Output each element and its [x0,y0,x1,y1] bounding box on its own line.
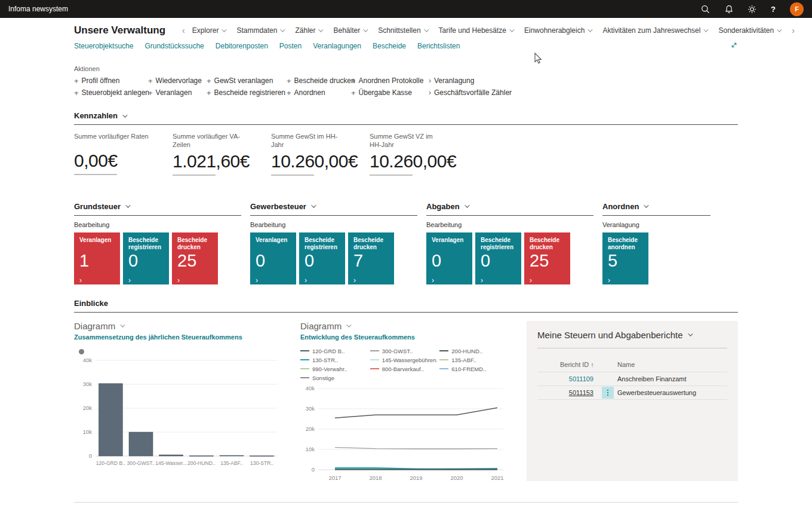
tile-gewerbesteuer-bescheide-registrieren[interactable]: Bescheide registrieren 0 › [299,232,345,284]
action-uebergabe-kasse[interactable]: +Übergabe Kasse [351,88,429,97]
legend-swatch [439,359,448,360]
legend-label: 610-FREMD.. [451,366,486,372]
search-icon[interactable] [701,5,710,14]
svg-text:120-GRD B..: 120-GRD B.. [96,460,125,466]
cue-subgroup-label: Veranlagung [602,221,710,228]
legend-swatch [439,350,448,351]
spacer [602,361,617,368]
nav-item-jahreswechsel[interactable]: Aktivitäten zum Jahreswechsel [602,26,707,35]
nav-link-steuerobjektsuche[interactable]: Steuerobjektsuche [74,42,133,50]
nav-scroll-left-icon[interactable]: ‹ [182,26,185,35]
report-id-link[interactable]: 5011109 [537,375,602,382]
line-chart-title[interactable]: Diagramm [300,321,507,331]
tile-grundsteuer-bescheide-registrieren[interactable]: Bescheide registrieren 0 › [123,232,169,284]
chevron-down-icon [424,27,429,32]
column-header-bericht-id[interactable]: Bericht ID ↑ [537,361,602,368]
action-veranlagen[interactable]: +Veranlagen [148,88,207,97]
action-anordnen-protokolle[interactable]: +Anordnen Protokolle [351,76,429,85]
nav-link-debitorenposten[interactable]: Debitorenposten [216,42,268,50]
action-steuerobjekt-anlegen[interactable]: +Steuerobjekt anlegen [74,88,148,97]
tile-gewerbesteuer-veranlagen[interactable]: Veranlagen 0 › [250,232,296,284]
legend-swatch [439,368,448,369]
help-icon[interactable]: ? [771,5,776,14]
action-profil-oeffnen[interactable]: +Profil öffnen [74,76,148,85]
table-row-selected[interactable]: 5011153 Gewerbesteuerauswertung [537,386,727,400]
action-anordnen[interactable]: +Anordnen [287,88,351,97]
row-more-options-icon[interactable] [602,387,614,399]
chevron-down-icon [346,322,351,327]
report-id-link[interactable]: 5011153 [537,389,602,396]
nav-item-behaelter[interactable]: Behälter [333,26,367,35]
legend-item: 990-Verwahr.. [300,366,368,372]
tile-gewerbesteuer-bescheide-drucken[interactable]: Bescheide drucken 7 › [348,232,394,284]
svg-text:20k: 20k [306,426,315,432]
line-chart-legend: 120-GRD B..300-GWST..200-HUND..130-STR..… [300,348,507,381]
nav-link-grundstueckssuche[interactable]: Grundstückssuche [144,42,204,50]
line-chart-subtitle[interactable]: Entwicklung des Steueraufkommens [300,333,507,341]
action-bescheide-drucken[interactable]: +Bescheide drucken [287,76,351,85]
reports-panel-title[interactable]: Meine Steuern und Abgabenberichte [537,330,727,340]
tile-anordnen-bescheide-anordnen[interactable]: Bescheide anordnen 5 › [602,232,648,284]
tiles: Veranlagen 1 › Bescheide registrieren 0 … [74,232,241,284]
cue-group-header[interactable]: Grundsteuer [74,202,241,216]
nav-link-veranlagungen[interactable]: Veranlagungen [313,42,361,50]
nav-link-bescheide[interactable]: Bescheide [373,42,406,50]
action-geschaeftsvorfaelle[interactable]: ›Geschäftsvorfälle Zähler [429,88,738,97]
cue-subgroup-label: Bearbeitung [426,221,593,228]
cue-group-header[interactable]: Gewerbesteuer [250,202,417,216]
cue-group-header[interactable]: Anordnen [602,202,710,216]
notifications-bell-icon[interactable] [724,5,733,14]
sub-nav: Steuerobjektsuche Grundstückssuche Debit… [74,42,738,50]
action-gewst-veranlagen[interactable]: +GewSt veranlagen [207,76,287,85]
settings-gear-icon[interactable] [748,5,756,14]
nav-item-tarife[interactable]: Tarife und Hebesätze [439,26,513,35]
cue-subgroup-label: Bearbeitung [250,221,417,228]
cue-group-header[interactable]: Abgaben [426,202,593,216]
nav-item-einwohnerabgleich[interactable]: Einwohnerabgleich [524,26,591,35]
action-veranlagung[interactable]: ›Veranlagung [429,76,738,85]
tile-abgaben-veranlagen[interactable]: Veranlagen 0 › [426,232,472,284]
kpi-summe-vorlaeufiger-raten[interactable]: Summe vorläufiger Raten 0,00€ [74,133,173,176]
user-avatar[interactable]: F [790,2,804,16]
action-wiedervorlage[interactable]: +Wiedervorlage [148,76,207,85]
main-nav: Unsere Verwaltung ‹ Explorer Stammdaten … [74,25,738,36]
page-title[interactable]: Unsere Verwaltung [74,25,165,36]
tile-abgaben-bescheide-drucken[interactable]: Bescheide drucken 25 › [524,232,570,284]
nav-item-stammdaten[interactable]: Stammdaten [236,26,284,35]
legend-label: 135-ABF.. [451,357,476,363]
reports-panel: Meine Steuern und Abgabenberichte Berich… [527,321,738,481]
nav-item-explorer[interactable]: Explorer [192,26,226,35]
bar-chart-subtitle[interactable]: Zusammensetzung des jährlichen Steuerauf… [74,333,281,341]
bar-chart-part: Diagramm Zusammensetzung des jährlichen … [74,321,281,486]
chevron-down-icon [363,27,368,32]
kpi-gewst-vz-hh-jahr[interactable]: Summe GewSt VZ im HH-Jahr 10.260,00€ [370,133,468,176]
tile-abgaben-bescheide-registrieren[interactable]: Bescheide registrieren 0 › [475,232,521,284]
svg-text:145-Wasser...: 145-Wasser... [155,460,187,466]
action-bescheide-registrieren[interactable]: +Bescheide registrieren [207,88,287,97]
kennzahlen-header[interactable]: Kennzahlen [74,111,738,120]
nav-item-sonderaktivitaeten[interactable]: Sonderaktivitäten [718,26,780,35]
svg-text:130-STR..: 130-STR.. [250,460,273,466]
reports-table-header: Bericht ID ↑ Name [537,358,727,372]
nav-item-schnittstellen[interactable]: Schnittstellen [378,26,427,35]
column-header-name[interactable]: Name [617,361,727,368]
nav-scroll-right-icon[interactable]: › [792,26,795,35]
expand-diagonal-icon[interactable] [730,41,738,51]
add-icon: + [351,77,356,85]
kpi-gewst-hh-jahr[interactable]: Summe GewSt im HH-Jahr 10.260,00€ [271,133,370,176]
add-icon: + [148,77,153,85]
nav-menu: Explorer Stammdaten Zähler Behälter Schn… [192,26,795,35]
svg-text:2021: 2021 [491,475,503,481]
bar-chart: 010k20k30k40k120-GRD B..300-GWST..145-Wa… [74,354,281,472]
nav-item-zaehler[interactable]: Zähler [295,26,322,35]
nav-link-posten[interactable]: Posten [279,42,302,50]
tile-grundsteuer-bescheide-drucken[interactable]: Bescheide drucken 25 › [172,232,218,284]
tile-grundsteuer-veranlagen[interactable]: Veranlagen 1 › [74,232,120,284]
kpi-summe-va-zeilen[interactable]: Summe vorläufiger VA-Zeilen 1.021,60€ [173,133,271,176]
legend-label: 145-Wassergebühren.. [382,357,438,363]
nav-link-berichtslisten[interactable]: Berichtslisten [417,42,460,50]
legend-swatch [300,359,309,360]
svg-text:20k: 20k [83,405,93,411]
bar-chart-title[interactable]: Diagramm [74,321,281,331]
table-row[interactable]: 5011109 Anschreiben Finanzamt [537,372,727,386]
